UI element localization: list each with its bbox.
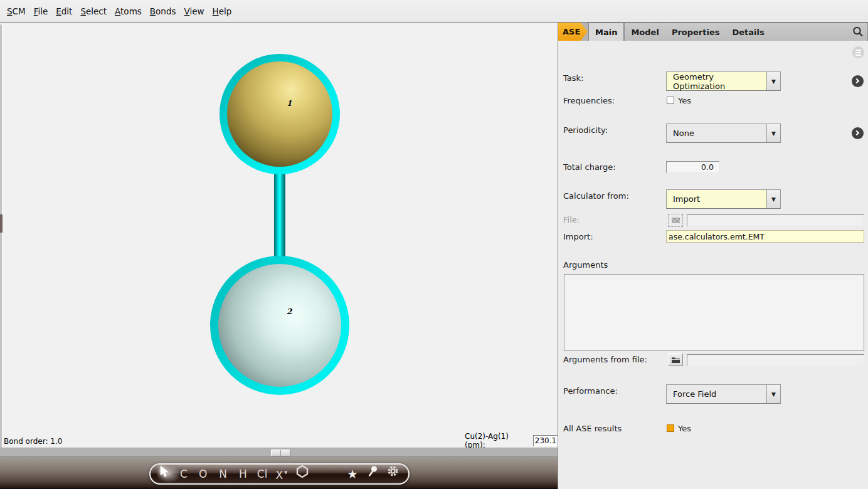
element-x-button[interactable]: X ▼ (275, 463, 287, 485)
arguments-from-file-label: Arguments from file: (563, 355, 647, 364)
panel-tab-bar: ASE Main Model Properties Details (558, 23, 868, 41)
element-x-label: X (275, 466, 283, 485)
molecule-canvas[interactable]: 1 2 (3, 25, 558, 447)
viewport-region: 1 2 Bond order: 1.0 Cu(2)-Ag(1) (pm): C … (0, 23, 558, 489)
ase-panel: ASE Main Model Properties Details Task: … (558, 23, 868, 489)
pointer-icon[interactable] (159, 465, 169, 483)
task-value: Geometry Optimization (667, 72, 766, 90)
periodicity-dropdown[interactable]: None ▼ (666, 124, 781, 143)
menu-bonds[interactable]: Bonds (150, 6, 176, 16)
menu-edit[interactable]: Edit (56, 6, 72, 16)
element-c-button[interactable]: C (180, 465, 188, 483)
menu-bar: SCM File Edit Select Atoms Bonds View He… (0, 0, 868, 23)
element-toolbar: C O N H Cl X ▼ ★ (149, 463, 410, 485)
search-icon[interactable] (852, 26, 864, 38)
panel-menu-icon[interactable] (852, 46, 864, 58)
file-label: File: (563, 215, 580, 224)
bottom-slider[interactable] (0, 448, 558, 457)
bottom-slider-handle[interactable] (271, 450, 290, 456)
file-browse-button (668, 214, 683, 227)
chevron-down-icon: ▼ (284, 463, 287, 482)
frequencies-label: Frequencies: (563, 96, 615, 105)
calculator-from-label: Calculator from: (563, 191, 629, 201)
performance-value: Force Field (667, 385, 766, 403)
disabled-folder-icon (672, 218, 680, 223)
all-ase-results-option-label[interactable]: Yes (678, 424, 691, 433)
inactive-tabs: Model Properties Details (624, 23, 868, 41)
dropdown-arrow-icon[interactable]: ▼ (766, 385, 780, 403)
task-detail-button[interactable] (852, 75, 864, 87)
calculator-from-value: Import (667, 190, 766, 208)
total-charge-label: Total charge: (563, 162, 616, 172)
frequencies-option-label[interactable]: Yes (678, 96, 691, 105)
menu-select[interactable]: Select (80, 6, 107, 16)
element-o-button[interactable]: O (199, 465, 207, 483)
toolbar-strip: C O N H Cl X ▼ ★ (0, 457, 558, 489)
atom-2-sphere[interactable] (218, 264, 341, 387)
distance-label: Cu(2)-Ag(1) (pm): (465, 432, 531, 450)
tab-model[interactable]: Model (625, 23, 665, 41)
import-input[interactable] (666, 230, 864, 243)
menu-file[interactable]: File (34, 6, 48, 16)
dropdown-arrow-icon[interactable]: ▼ (766, 124, 780, 142)
left-scrollbar[interactable] (0, 24, 3, 448)
periodicity-label: Periodicity: (563, 125, 608, 135)
arguments-textarea[interactable] (564, 274, 864, 351)
bond-order-status: Bond order: 1.0 (4, 437, 62, 446)
tab-details[interactable]: Details (726, 23, 771, 41)
dropdown-arrow-icon[interactable]: ▼ (766, 72, 780, 90)
task-dropdown[interactable]: Geometry Optimization ▼ (666, 71, 781, 91)
pin-icon[interactable] (368, 465, 378, 483)
atom-1-sphere[interactable] (227, 61, 332, 167)
menu-atoms[interactable]: Atoms (115, 6, 142, 16)
file-input (687, 214, 864, 226)
total-charge-input[interactable] (666, 161, 719, 173)
element-cl-button[interactable]: Cl (257, 465, 268, 483)
atom-2-label: 2 (287, 307, 292, 316)
arguments-file-browse-button[interactable] (668, 353, 683, 366)
periodicity-value: None (667, 124, 766, 142)
arguments-from-file-input[interactable] (687, 354, 864, 366)
arguments-label: Arguments (563, 260, 608, 270)
atom-1-label: 1 (287, 99, 292, 108)
frequencies-checkbox[interactable] (667, 97, 674, 104)
element-h-button[interactable]: H (239, 465, 247, 483)
all-ase-results-label: All ASE results (563, 424, 622, 433)
periodicity-detail-button[interactable] (852, 127, 864, 139)
menu-scm[interactable]: SCM (7, 6, 26, 16)
tab-main[interactable]: Main (588, 23, 624, 41)
calculator-from-dropdown[interactable]: Import ▼ (666, 189, 781, 209)
menu-view[interactable]: View (184, 6, 204, 16)
menu-help[interactable]: Help (213, 6, 232, 16)
left-scrollbar-handle[interactable] (0, 214, 3, 233)
performance-label: Performance: (563, 386, 618, 396)
element-n-button[interactable]: N (219, 465, 227, 483)
import-label: Import: (563, 232, 593, 241)
folder-icon (671, 356, 680, 364)
tab-properties[interactable]: Properties (665, 23, 726, 41)
star-icon[interactable]: ★ (347, 465, 357, 483)
dropdown-arrow-icon[interactable]: ▼ (766, 190, 780, 208)
gear-icon[interactable] (386, 465, 400, 483)
distance-readout: Cu(2)-Ag(1) (pm): (465, 432, 558, 450)
ring-tool-icon[interactable] (296, 465, 309, 484)
all-ase-results-checkbox[interactable] (667, 424, 674, 432)
task-label: Task: (563, 73, 583, 83)
distance-input[interactable] (533, 435, 558, 446)
ase-tag: ASE (558, 23, 588, 41)
performance-dropdown[interactable]: Force Field ▼ (666, 384, 781, 404)
